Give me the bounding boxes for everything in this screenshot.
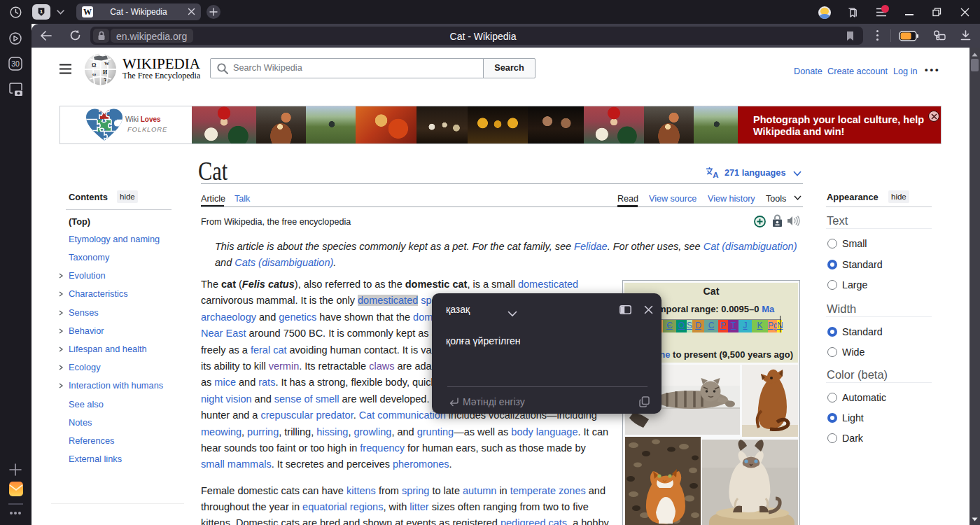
svg-text:W: W xyxy=(104,61,109,66)
svg-text:ว: ว xyxy=(104,77,106,83)
svg-text:1: 1 xyxy=(40,8,43,15)
svg-text:Ω: Ω xyxy=(92,62,97,69)
svg-text:ω: ω xyxy=(92,71,96,77)
svg-text:A: A xyxy=(713,171,718,178)
svg-text:И: И xyxy=(103,69,108,76)
svg-text:30: 30 xyxy=(11,59,20,68)
